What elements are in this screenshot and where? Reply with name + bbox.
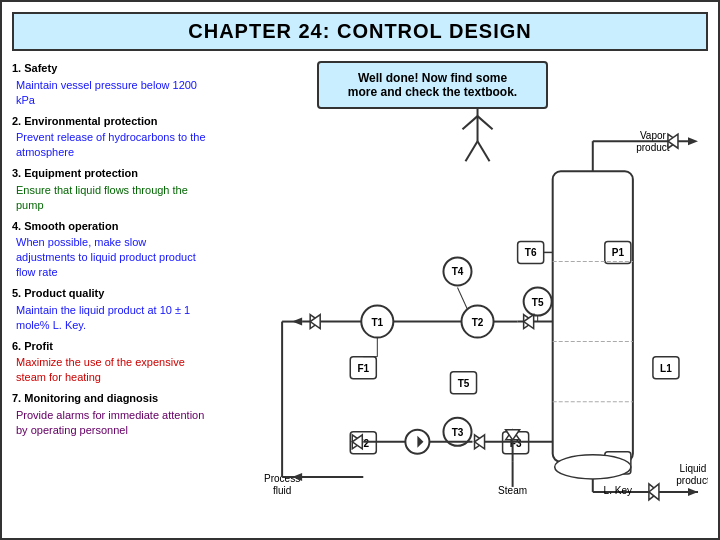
l-key-label: L. Key	[604, 485, 632, 496]
callout-box: Well done! Now find some more and check …	[317, 61, 548, 109]
T6-label: T6	[525, 247, 537, 258]
svg-marker-43	[688, 488, 698, 496]
T5a-label: T5	[532, 297, 544, 308]
section-1-text: Maintain vessel pressure below 1200 kPa	[12, 78, 207, 108]
svg-rect-6	[553, 171, 633, 462]
section-1-heading: 1. Safety	[12, 61, 207, 76]
T3-label: T3	[452, 427, 464, 438]
T4-label: T4	[452, 266, 464, 277]
section-3-heading: 3. Equipment protection	[12, 166, 207, 181]
svg-line-4	[466, 141, 478, 161]
section-2-text: Prevent release of hydrocarbons to the a…	[12, 130, 207, 160]
svg-line-2	[463, 116, 478, 129]
vapor-product-label: Vapor	[640, 130, 667, 141]
section-6-heading: 6. Profit	[12, 339, 207, 354]
section-6-text: Maximize the use of the expensive steam …	[12, 355, 207, 385]
svg-line-3	[478, 116, 493, 129]
section-4-text: When possible, make slow adjustments to …	[12, 235, 207, 280]
section-3-text: Ensure that liquid flows through the pum…	[12, 183, 207, 213]
section-6: 6. Profit Maximize the use of the expens…	[12, 339, 207, 386]
page: CHAPTER 24: CONTROL DESIGN 1. Safety Mai…	[0, 0, 720, 540]
svg-line-5	[478, 141, 490, 161]
right-panel: Well done! Now find some more and check …	[217, 61, 708, 522]
section-7: 7. Monitoring and diagnosis Provide alar…	[12, 391, 207, 438]
process-fluid-label2: fluid	[273, 485, 291, 496]
section-4: 4. Smooth operation When possible, make …	[12, 219, 207, 280]
left-panel: 1. Safety Maintain vessel pressure below…	[12, 61, 207, 522]
section-2: 2. Environmental protection Prevent rele…	[12, 114, 207, 161]
section-5-heading: 5. Product quality	[12, 286, 207, 301]
liquid-product-label2: product	[676, 475, 708, 486]
P1-label: P1	[612, 247, 625, 258]
svg-point-64	[555, 455, 631, 479]
F1-label: F1	[357, 363, 369, 374]
section-3: 3. Equipment protection Ensure that liqu…	[12, 166, 207, 213]
diagram-area: Vapor product T6 P1	[217, 61, 708, 522]
svg-line-59	[457, 287, 467, 309]
vapor-product-label2: product	[636, 142, 670, 153]
liquid-product-label: Liquid	[680, 463, 707, 474]
page-title: CHAPTER 24: CONTROL DESIGN	[12, 12, 708, 51]
section-1: 1. Safety Maintain vessel pressure below…	[12, 61, 207, 108]
content-area: 1. Safety Maintain vessel pressure below…	[12, 61, 708, 522]
svg-marker-11	[688, 137, 698, 145]
section-7-text: Provide alarms for immediate attention b…	[12, 408, 207, 438]
T2-label: T2	[472, 317, 484, 328]
T5b-label: T5	[458, 378, 470, 389]
L1-label: L1	[660, 363, 672, 374]
section-2-heading: 2. Environmental protection	[12, 114, 207, 129]
section-5-text: Maintain the liquid product at 10 ± 1 mo…	[12, 303, 207, 333]
process-diagram: Vapor product T6 P1	[217, 61, 708, 522]
section-5: 5. Product quality Maintain the liquid p…	[12, 286, 207, 333]
section-4-heading: 4. Smooth operation	[12, 219, 207, 234]
T1-label: T1	[371, 317, 383, 328]
section-7-heading: 7. Monitoring and diagnosis	[12, 391, 207, 406]
